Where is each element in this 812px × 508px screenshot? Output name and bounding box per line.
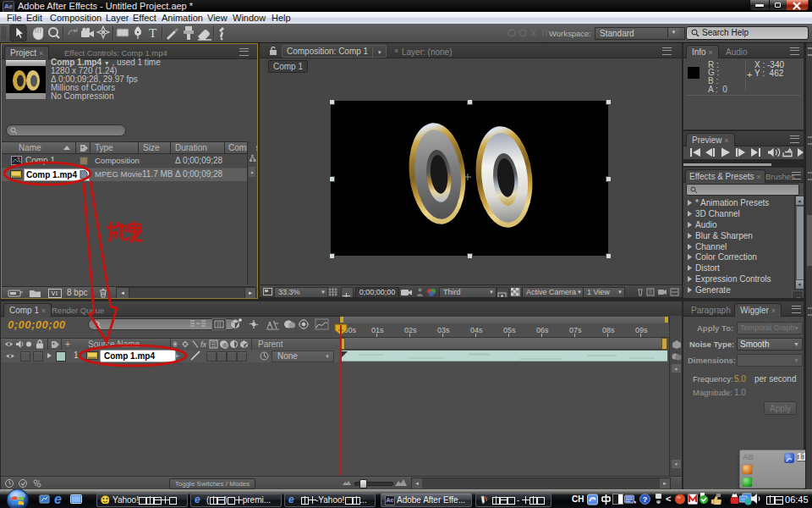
svg-text:?: ? [643,495,648,504]
